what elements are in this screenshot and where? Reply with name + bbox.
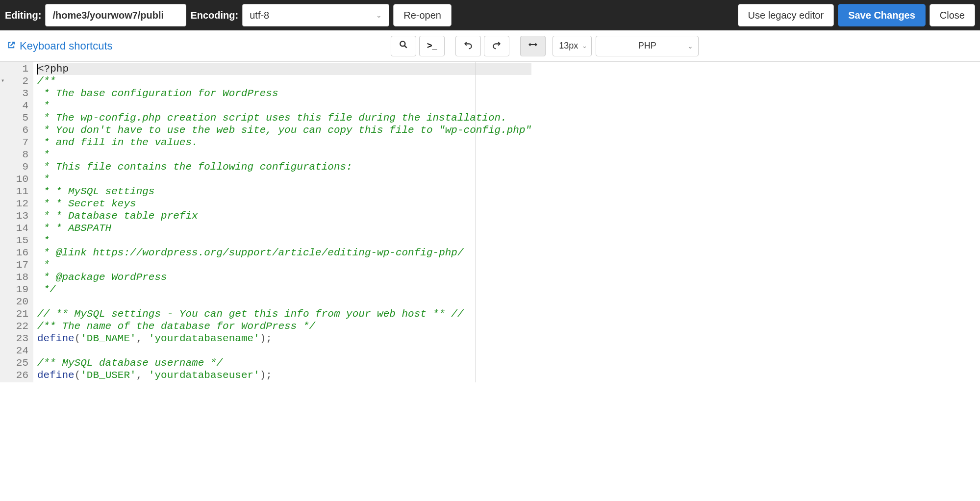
encoding-value: utf-8: [250, 10, 269, 21]
code-line[interactable]: */: [37, 283, 531, 296]
code-line[interactable]: /** The name of the database for WordPre…: [37, 320, 531, 332]
wrap-toggle-button[interactable]: [520, 36, 546, 56]
search-terminal-group: >_: [391, 36, 445, 56]
line-number: 22: [7, 320, 28, 332]
line-number: 12: [7, 198, 28, 210]
editing-label: Editing:: [5, 10, 41, 21]
encoding-group: Encoding: utf-8 ⌄: [190, 4, 389, 26]
line-number: 21: [7, 308, 28, 320]
line-number: 2: [7, 75, 28, 87]
line-number: 3: [7, 87, 28, 100]
line-number: 5: [7, 112, 28, 124]
code-line[interactable]: *: [37, 234, 531, 247]
line-number: 13: [7, 210, 28, 222]
code-line[interactable]: [37, 345, 531, 357]
line-number: 24: [7, 345, 28, 357]
code-editor[interactable]: 1234567891011121314151617181920212223242…: [0, 62, 980, 382]
code-line[interactable]: * * MySQL settings: [37, 185, 531, 198]
chevron-down-icon: ⌄: [687, 42, 693, 50]
keyboard-shortcuts-link[interactable]: Keyboard shortcuts: [7, 40, 113, 52]
external-link-icon: [7, 40, 16, 52]
code-line[interactable]: * * ABSPATH: [37, 222, 531, 234]
line-number: 8: [7, 149, 28, 161]
terminal-button[interactable]: >_: [419, 36, 445, 56]
save-changes-button[interactable]: Save Changes: [838, 4, 926, 26]
code-line[interactable]: *: [37, 149, 531, 161]
code-line[interactable]: /** MySQL database username */: [37, 357, 531, 369]
code-line[interactable]: * The wp-config.php creation script uses…: [37, 112, 531, 124]
code-line[interactable]: // ** MySQL settings - You can get this …: [37, 308, 531, 320]
legacy-editor-button[interactable]: Use legacy editor: [738, 4, 834, 26]
line-number: 23: [7, 332, 28, 345]
encoding-select[interactable]: utf-8 ⌄: [242, 4, 389, 26]
code-line[interactable]: * You don't have to use the web site, yo…: [37, 124, 531, 136]
terminal-icon: >_: [427, 41, 437, 51]
code-line[interactable]: * @link https://wordpress.org/support/ar…: [37, 247, 531, 259]
redo-icon: [492, 40, 502, 52]
line-number: 17: [7, 259, 28, 271]
svg-point-0: [401, 41, 405, 46]
language-select[interactable]: PHP ⌄: [596, 36, 699, 56]
line-number: 11: [7, 185, 28, 198]
code-line[interactable]: * and fill in the values.: [37, 136, 531, 149]
editing-path-input[interactable]: [45, 4, 186, 26]
line-gutter: 1234567891011121314151617181920212223242…: [0, 62, 33, 382]
line-number: 18: [7, 271, 28, 283]
line-number: 14: [7, 222, 28, 234]
code-line[interactable]: * This file contains the following confi…: [37, 161, 531, 173]
line-number: 25: [7, 357, 28, 369]
code-line[interactable]: define('DB_NAME', 'yourdatabasename');: [37, 332, 531, 345]
line-number: 9: [7, 161, 28, 173]
code-line[interactable]: * * Secret keys: [37, 198, 531, 210]
code-line[interactable]: *: [37, 173, 531, 185]
line-number: 19: [7, 283, 28, 296]
editor-toolbar: Keyboard shortcuts >_ 13px ⌄: [0, 30, 980, 62]
undo-button[interactable]: [455, 36, 481, 56]
code-line[interactable]: *: [37, 259, 531, 271]
code-line[interactable]: *: [37, 100, 531, 112]
line-number: 26: [7, 369, 28, 381]
line-number: 4: [7, 100, 28, 112]
print-margin: [476, 62, 476, 382]
redo-button[interactable]: [484, 36, 509, 56]
font-size-value: 13px: [559, 41, 578, 51]
code-line[interactable]: * The base configuration for WordPress: [37, 87, 531, 100]
line-number: 20: [7, 296, 28, 308]
code-line[interactable]: * * Database table prefix: [37, 210, 531, 222]
undo-icon: [463, 40, 473, 52]
line-number: 7: [7, 136, 28, 149]
code-line[interactable]: [37, 296, 531, 308]
keyboard-shortcuts-label: Keyboard shortcuts: [20, 40, 113, 52]
font-size-select[interactable]: 13px ⌄: [553, 36, 592, 56]
line-number: 16: [7, 247, 28, 259]
search-button[interactable]: [391, 36, 416, 56]
language-value: PHP: [638, 41, 656, 51]
line-number: 1: [7, 63, 28, 75]
line-number: 15: [7, 234, 28, 247]
editing-group: Editing:: [5, 4, 186, 26]
code-line[interactable]: * @package WordPress: [37, 271, 531, 283]
undo-redo-group: [455, 36, 509, 56]
code-line[interactable]: <?php: [37, 63, 531, 75]
encoding-label: Encoding:: [190, 10, 238, 21]
code-line[interactable]: /**: [37, 75, 531, 87]
arrows-horizontal-icon: [528, 40, 538, 52]
search-icon: [399, 40, 408, 52]
code-content[interactable]: <?php/** * The base configuration for Wo…: [33, 62, 531, 382]
reopen-button[interactable]: Re-open: [393, 4, 452, 26]
chevron-down-icon: ⌄: [376, 11, 382, 19]
chevron-down-icon: ⌄: [582, 42, 587, 50]
line-number: 6: [7, 124, 28, 136]
line-number: 10: [7, 173, 28, 185]
code-line[interactable]: define('DB_USER', 'yourdatabaseuser');: [37, 369, 531, 381]
editor-header: Editing: Encoding: utf-8 ⌄ Re-open Use l…: [0, 0, 980, 30]
close-button[interactable]: Close: [930, 4, 975, 26]
